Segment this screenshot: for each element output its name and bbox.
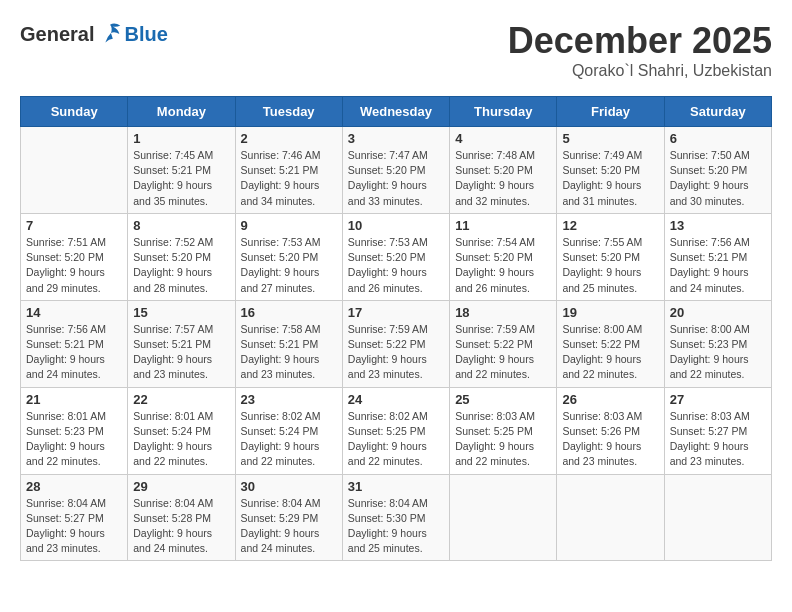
day-info: Sunrise: 8:04 AMSunset: 5:27 PMDaylight:… (26, 496, 122, 557)
calendar-cell (557, 474, 664, 561)
day-info: Sunrise: 8:01 AMSunset: 5:23 PMDaylight:… (26, 409, 122, 470)
day-header-thursday: Thursday (450, 97, 557, 127)
week-row-2: 7Sunrise: 7:51 AMSunset: 5:20 PMDaylight… (21, 213, 772, 300)
calendar-cell: 26Sunrise: 8:03 AMSunset: 5:26 PMDayligh… (557, 387, 664, 474)
day-number: 22 (133, 392, 229, 407)
day-info: Sunrise: 8:03 AMSunset: 5:27 PMDaylight:… (670, 409, 766, 470)
day-info: Sunrise: 7:59 AMSunset: 5:22 PMDaylight:… (348, 322, 444, 383)
calendar-cell: 4Sunrise: 7:48 AMSunset: 5:20 PMDaylight… (450, 127, 557, 214)
day-number: 23 (241, 392, 337, 407)
calendar-cell: 24Sunrise: 8:02 AMSunset: 5:25 PMDayligh… (342, 387, 449, 474)
location-text: Qorako`l Shahri, Uzbekistan (508, 62, 772, 80)
page-header: General Blue December 2025 Qorako`l Shah… (20, 20, 772, 80)
calendar-cell: 13Sunrise: 7:56 AMSunset: 5:21 PMDayligh… (664, 213, 771, 300)
day-header-sunday: Sunday (21, 97, 128, 127)
day-number: 27 (670, 392, 766, 407)
day-number: 14 (26, 305, 122, 320)
calendar-cell: 8Sunrise: 7:52 AMSunset: 5:20 PMDaylight… (128, 213, 235, 300)
calendar-cell: 21Sunrise: 8:01 AMSunset: 5:23 PMDayligh… (21, 387, 128, 474)
week-row-3: 14Sunrise: 7:56 AMSunset: 5:21 PMDayligh… (21, 300, 772, 387)
day-info: Sunrise: 7:51 AMSunset: 5:20 PMDaylight:… (26, 235, 122, 296)
day-number: 29 (133, 479, 229, 494)
calendar-cell: 23Sunrise: 8:02 AMSunset: 5:24 PMDayligh… (235, 387, 342, 474)
day-header-saturday: Saturday (664, 97, 771, 127)
day-info: Sunrise: 8:04 AMSunset: 5:28 PMDaylight:… (133, 496, 229, 557)
day-info: Sunrise: 7:57 AMSunset: 5:21 PMDaylight:… (133, 322, 229, 383)
day-info: Sunrise: 8:00 AMSunset: 5:23 PMDaylight:… (670, 322, 766, 383)
day-number: 21 (26, 392, 122, 407)
calendar-cell (664, 474, 771, 561)
day-number: 26 (562, 392, 658, 407)
calendar-cell: 25Sunrise: 8:03 AMSunset: 5:25 PMDayligh… (450, 387, 557, 474)
day-header-wednesday: Wednesday (342, 97, 449, 127)
calendar-cell: 20Sunrise: 8:00 AMSunset: 5:23 PMDayligh… (664, 300, 771, 387)
day-info: Sunrise: 7:53 AMSunset: 5:20 PMDaylight:… (241, 235, 337, 296)
calendar-cell: 30Sunrise: 8:04 AMSunset: 5:29 PMDayligh… (235, 474, 342, 561)
day-number: 1 (133, 131, 229, 146)
header-row: SundayMondayTuesdayWednesdayThursdayFrid… (21, 97, 772, 127)
calendar-cell: 15Sunrise: 7:57 AMSunset: 5:21 PMDayligh… (128, 300, 235, 387)
day-info: Sunrise: 7:59 AMSunset: 5:22 PMDaylight:… (455, 322, 551, 383)
day-info: Sunrise: 7:50 AMSunset: 5:20 PMDaylight:… (670, 148, 766, 209)
day-number: 31 (348, 479, 444, 494)
logo-blue-text: Blue (124, 23, 167, 46)
calendar-cell (21, 127, 128, 214)
day-info: Sunrise: 7:52 AMSunset: 5:20 PMDaylight:… (133, 235, 229, 296)
calendar-cell: 17Sunrise: 7:59 AMSunset: 5:22 PMDayligh… (342, 300, 449, 387)
calendar-cell: 29Sunrise: 8:04 AMSunset: 5:28 PMDayligh… (128, 474, 235, 561)
day-number: 4 (455, 131, 551, 146)
day-header-monday: Monday (128, 97, 235, 127)
day-number: 19 (562, 305, 658, 320)
calendar-cell: 19Sunrise: 8:00 AMSunset: 5:22 PMDayligh… (557, 300, 664, 387)
day-number: 24 (348, 392, 444, 407)
day-info: Sunrise: 8:04 AMSunset: 5:30 PMDaylight:… (348, 496, 444, 557)
week-row-4: 21Sunrise: 8:01 AMSunset: 5:23 PMDayligh… (21, 387, 772, 474)
calendar-cell: 2Sunrise: 7:46 AMSunset: 5:21 PMDaylight… (235, 127, 342, 214)
day-number: 20 (670, 305, 766, 320)
day-info: Sunrise: 7:53 AMSunset: 5:20 PMDaylight:… (348, 235, 444, 296)
calendar-cell (450, 474, 557, 561)
day-number: 9 (241, 218, 337, 233)
calendar-cell: 3Sunrise: 7:47 AMSunset: 5:20 PMDaylight… (342, 127, 449, 214)
calendar-cell: 7Sunrise: 7:51 AMSunset: 5:20 PMDaylight… (21, 213, 128, 300)
logo-general-text: General (20, 23, 94, 46)
day-info: Sunrise: 8:04 AMSunset: 5:29 PMDaylight:… (241, 496, 337, 557)
day-info: Sunrise: 7:48 AMSunset: 5:20 PMDaylight:… (455, 148, 551, 209)
day-info: Sunrise: 7:56 AMSunset: 5:21 PMDaylight:… (26, 322, 122, 383)
day-info: Sunrise: 7:46 AMSunset: 5:21 PMDaylight:… (241, 148, 337, 209)
day-number: 17 (348, 305, 444, 320)
calendar-cell: 10Sunrise: 7:53 AMSunset: 5:20 PMDayligh… (342, 213, 449, 300)
calendar-cell: 9Sunrise: 7:53 AMSunset: 5:20 PMDaylight… (235, 213, 342, 300)
day-number: 10 (348, 218, 444, 233)
logo: General Blue (20, 20, 168, 48)
day-number: 6 (670, 131, 766, 146)
week-row-5: 28Sunrise: 8:04 AMSunset: 5:27 PMDayligh… (21, 474, 772, 561)
title-block: December 2025 Qorako`l Shahri, Uzbekista… (508, 20, 772, 80)
day-number: 15 (133, 305, 229, 320)
day-number: 13 (670, 218, 766, 233)
day-info: Sunrise: 8:02 AMSunset: 5:24 PMDaylight:… (241, 409, 337, 470)
calendar-cell: 11Sunrise: 7:54 AMSunset: 5:20 PMDayligh… (450, 213, 557, 300)
day-number: 25 (455, 392, 551, 407)
day-info: Sunrise: 8:03 AMSunset: 5:25 PMDaylight:… (455, 409, 551, 470)
day-number: 12 (562, 218, 658, 233)
day-number: 11 (455, 218, 551, 233)
calendar-cell: 28Sunrise: 8:04 AMSunset: 5:27 PMDayligh… (21, 474, 128, 561)
day-number: 16 (241, 305, 337, 320)
day-number: 28 (26, 479, 122, 494)
calendar-cell: 12Sunrise: 7:55 AMSunset: 5:20 PMDayligh… (557, 213, 664, 300)
calendar-table: SundayMondayTuesdayWednesdayThursdayFrid… (20, 96, 772, 561)
calendar-cell: 16Sunrise: 7:58 AMSunset: 5:21 PMDayligh… (235, 300, 342, 387)
day-number: 2 (241, 131, 337, 146)
week-row-1: 1Sunrise: 7:45 AMSunset: 5:21 PMDaylight… (21, 127, 772, 214)
day-info: Sunrise: 7:56 AMSunset: 5:21 PMDaylight:… (670, 235, 766, 296)
day-info: Sunrise: 7:58 AMSunset: 5:21 PMDaylight:… (241, 322, 337, 383)
day-number: 18 (455, 305, 551, 320)
day-header-friday: Friday (557, 97, 664, 127)
day-number: 7 (26, 218, 122, 233)
day-number: 8 (133, 218, 229, 233)
month-title: December 2025 (508, 20, 772, 62)
logo-bird-icon (96, 20, 124, 48)
calendar-cell: 27Sunrise: 8:03 AMSunset: 5:27 PMDayligh… (664, 387, 771, 474)
day-info: Sunrise: 7:45 AMSunset: 5:21 PMDaylight:… (133, 148, 229, 209)
